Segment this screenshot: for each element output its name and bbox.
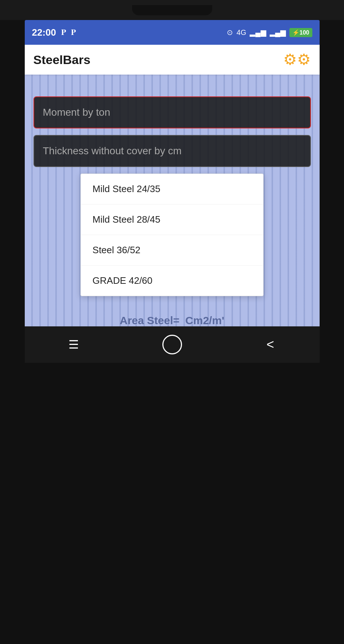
hamburger-icon: ☰ (68, 338, 79, 351)
bottom-strip (0, 363, 344, 644)
status-right: ⊙ 4G ▂▄▆ ▂▄▆ ⚡100 (227, 28, 312, 37)
status-bar: 22:00 𝐏 𝐏 ⊙ 4G ▂▄▆ ▂▄▆ ⚡100 (25, 20, 320, 45)
circle-icon (162, 335, 182, 354)
area-steel-unit: Cm2/m' (185, 314, 224, 326)
nav-back-button[interactable]: < (258, 332, 283, 357)
steel-type-dropdown[interactable]: Mild Steel 24/35 Mild Steel 28/45 Steel … (33, 174, 311, 296)
status-time: 22:00 (32, 27, 56, 38)
status-icon-p1: 𝐏 (61, 28, 66, 37)
dropdown-item-0[interactable]: Mild Steel 24/35 (81, 174, 263, 204)
wifi-icon: ⊙ (227, 28, 233, 37)
signal-icon2: ▂▄▆ (270, 28, 286, 37)
top-notch-area (0, 0, 344, 20)
back-icon: < (266, 337, 274, 352)
bottom-nav: ☰ < (25, 326, 320, 363)
app-header: SteelBars ⚙⚙ (25, 45, 320, 75)
status-left: 22:00 𝐏 𝐏 (32, 27, 76, 38)
phone-shell: 22:00 𝐏 𝐏 ⊙ 4G ▂▄▆ ▂▄▆ ⚡100 SteelBars ⚙⚙… (0, 0, 344, 644)
notch (132, 5, 212, 15)
settings-icon[interactable]: ⚙⚙ (283, 52, 311, 67)
moment-input[interactable]: Moment by ton (33, 96, 311, 128)
dropdown-item-3[interactable]: GRADE 42/60 (81, 266, 263, 296)
dropdown-item-1[interactable]: Mild Steel 28/45 (81, 204, 263, 235)
app-container: SteelBars ⚙⚙ Moment by ton Thickness wit… (25, 45, 320, 326)
moment-placeholder: Moment by ton (43, 107, 110, 118)
dropdown-menu[interactable]: Mild Steel 24/35 Mild Steel 28/45 Steel … (80, 174, 264, 296)
nav-home-button[interactable] (159, 332, 185, 357)
network-label: 4G (237, 28, 246, 37)
nav-menu-button[interactable]: ☰ (61, 332, 87, 357)
dropdown-item-2[interactable]: Steel 36/52 (81, 235, 263, 266)
app-title: SteelBars (33, 53, 91, 67)
status-icon-p2: 𝐏 (71, 28, 76, 37)
signal-icon: ▂▄▆ (250, 28, 266, 37)
area-steel-row: Area Steel= Cm2/m' (33, 314, 311, 326)
area-steel-label: Area Steel= (120, 314, 179, 326)
thickness-input[interactable]: Thickness without cover by cm (33, 135, 311, 167)
main-content: Moment by ton Thickness without cover by… (25, 75, 320, 326)
thickness-placeholder: Thickness without cover by cm (43, 145, 182, 157)
battery-icon: ⚡100 (289, 28, 312, 37)
